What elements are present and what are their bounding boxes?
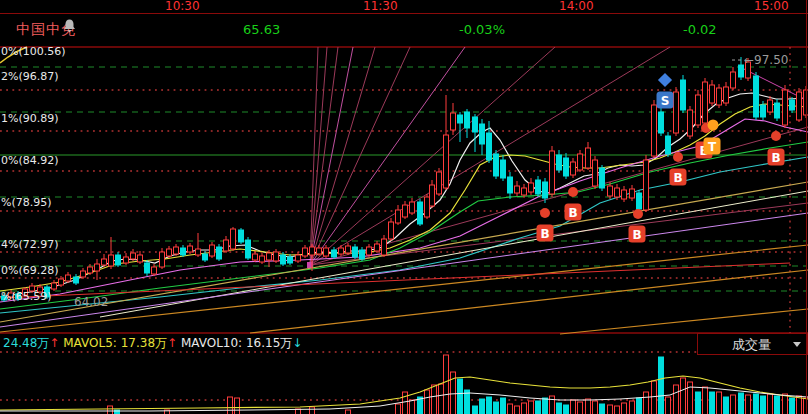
volume-indicator-dropdown[interactable]: 成交量: [697, 333, 808, 355]
candlestick: [317, 248, 322, 254]
candlestick: [790, 100, 795, 110]
candlestick: [389, 222, 394, 239]
candlestick: [458, 115, 463, 123]
gann-fan-line: [310, 47, 410, 265]
candlestick: [52, 283, 57, 289]
volume-bar: [637, 398, 642, 414]
candlestick: [160, 252, 165, 267]
candlestick: [74, 277, 79, 283]
volume-bar: [783, 394, 788, 414]
volume-bar: [717, 392, 722, 414]
volume-bar: [480, 399, 485, 414]
volume-bar: [536, 401, 541, 414]
candlestick: [181, 248, 186, 255]
volume-bar: [346, 410, 351, 414]
up-arrow-icon: ↑: [167, 336, 177, 350]
candlestick: [703, 82, 708, 123]
candlestick: [81, 271, 86, 277]
candlestick: [403, 205, 408, 217]
candlestick: [430, 185, 435, 206]
candlestick: [731, 72, 736, 88]
candlestick: [224, 240, 229, 251]
candlestick: [717, 88, 722, 105]
ma60-cyan: [0, 157, 808, 313]
chevron-down-icon: [793, 342, 801, 347]
volume-bar: [529, 401, 534, 414]
candlestick: [288, 257, 293, 263]
candlestick: [536, 180, 541, 194]
trend-orange-c: [560, 309, 808, 334]
candlestick: [353, 247, 358, 257]
candlestick: [281, 255, 286, 264]
volume-bar: [754, 394, 759, 414]
candlestick: [480, 124, 485, 144]
candlestick: [246, 240, 251, 258]
volume-bar: [696, 392, 701, 414]
candlestick: [630, 189, 635, 198]
candlestick: [382, 239, 387, 255]
candlestick: [59, 279, 64, 285]
volume-bar: [432, 385, 437, 414]
candlestick: [797, 92, 802, 120]
candlestick: [487, 133, 492, 160]
price-axis-label: 0%(69.28): [1, 265, 59, 276]
volume-bar: [630, 401, 635, 414]
candlestick: [109, 255, 114, 266]
volume-bar: [724, 397, 729, 414]
volume-bar: [501, 398, 506, 414]
volume-bar: [674, 385, 679, 414]
volume-bar: [622, 403, 627, 414]
candlestick: [543, 182, 548, 198]
low-price-label: 64.02: [74, 296, 108, 308]
signal-dot-red: [771, 131, 781, 141]
down-arrow-icon: ↓: [292, 336, 302, 350]
volume-bar: [550, 396, 555, 414]
candlestick: [196, 249, 201, 255]
volume-bar: [557, 403, 562, 414]
volume-bar: [310, 407, 315, 414]
volume-bar: [515, 406, 520, 414]
candlestick: [66, 275, 71, 281]
candlestick: [310, 247, 315, 255]
candlestick: [473, 117, 478, 132]
candlestick: [174, 247, 179, 254]
mavol5-value: MAVOL5: 17.38万: [63, 336, 167, 350]
volume-bar: [790, 398, 795, 414]
diamond-marker: [658, 73, 672, 87]
candlestick: [339, 248, 344, 254]
gann-fan-line: [310, 47, 375, 265]
kline-chart-canvas[interactable]: BBBBBBST: [0, 0, 808, 414]
volume-bar: [586, 399, 591, 414]
candlestick: [571, 162, 576, 175]
volume-bar: [768, 394, 773, 414]
candlestick: [724, 87, 729, 103]
candlestick: [515, 186, 520, 193]
volume-bar: [444, 355, 449, 414]
trend-orange-a: [0, 245, 808, 332]
buy-marker-badge-label: B: [673, 171, 682, 185]
volume-bar: [228, 397, 233, 414]
candlestick: [203, 254, 208, 260]
candlestick: [95, 264, 100, 271]
candlestick: [508, 177, 513, 193]
volume-bar: [652, 381, 657, 414]
candlestick: [615, 188, 620, 197]
candlestick: [529, 183, 534, 192]
volume-bar: [439, 384, 444, 414]
volume-bar: [396, 404, 401, 414]
volume-bar: [600, 404, 605, 414]
candlestick: [167, 249, 172, 256]
volume-bar: [775, 396, 780, 414]
candlestick: [696, 95, 701, 125]
candlestick: [761, 105, 766, 117]
candlestick: [145, 263, 150, 273]
candlestick: [444, 135, 449, 188]
volume-bar: [487, 397, 492, 414]
candlestick: [437, 172, 442, 194]
up-arrow-icon: ↑: [49, 336, 59, 350]
candlestick: [564, 158, 569, 176]
volume-bar: [508, 404, 513, 414]
candlestick: [681, 80, 686, 110]
buy-marker-badge-label: B: [771, 151, 780, 165]
candlestick: [116, 255, 121, 265]
